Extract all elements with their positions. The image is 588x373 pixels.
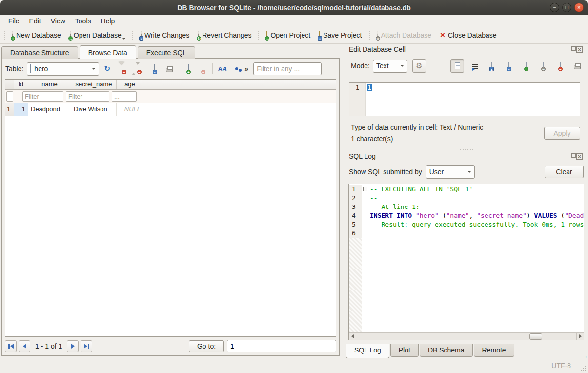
- toolbar-overflow-chevron[interactable]: »: [244, 65, 248, 73]
- sql-submitter-value: User: [429, 168, 444, 176]
- menu-tools[interactable]: Tools: [70, 16, 96, 26]
- save-project-button[interactable]: ▪ Save Project: [315, 28, 366, 42]
- cell-editor[interactable]: 1 1: [349, 82, 580, 116]
- column-header-name[interactable]: name: [28, 80, 71, 89]
- dock-tab-bar: SQL Log Plot DB Schema Remote: [345, 344, 588, 359]
- clear-log-button[interactable]: Clear: [545, 166, 584, 178]
- last-record-button[interactable]: [81, 340, 92, 352]
- cell-editor-content[interactable]: 1: [367, 84, 372, 91]
- maximize-button[interactable]: □: [562, 3, 571, 12]
- export-data-button[interactable]: ▪: [503, 60, 515, 72]
- open-database-button[interactable]: → Open Database: [65, 28, 130, 42]
- close-dock-button[interactable]: ×: [576, 153, 583, 160]
- clear-filters-button[interactable]: −: [115, 62, 127, 75]
- dock-tab-plot[interactable]: Plot: [390, 344, 419, 357]
- print-table-button[interactable]: [163, 62, 175, 75]
- cell-name[interactable]: Deadpond: [28, 103, 71, 116]
- open-project-button[interactable]: → Open Project: [262, 28, 315, 42]
- cell-type-info: Type of data currently in cell: Text / N…: [351, 122, 483, 133]
- open-database-dropdown-icon[interactable]: [122, 38, 125, 41]
- clear-sorting-button[interactable]: −: [129, 62, 142, 75]
- clear-sort-icon: −: [132, 65, 140, 73]
- scroll-right-button[interactable]: [576, 333, 584, 340]
- filter-input-secret-name[interactable]: [66, 91, 109, 102]
- cell-id[interactable]: 1: [14, 103, 28, 116]
- goto-input[interactable]: [227, 340, 336, 352]
- data-grid: id name secret_name age 1 1: [5, 79, 336, 337]
- row-number-cell[interactable]: 1: [5, 103, 14, 116]
- float-dock-button[interactable]: [570, 46, 576, 53]
- main-toolbar: + New Database → Open Database ▪ Write C…: [0, 27, 588, 44]
- revert-changes-button[interactable]: ↻ Revert Changes: [194, 28, 256, 42]
- refresh-icon: ↻: [104, 65, 111, 72]
- tab-database-structure[interactable]: Database Structure: [1, 46, 78, 59]
- auto-switch-mode-button[interactable]: ⚙→: [412, 59, 426, 73]
- set-as-link-button[interactable]: ∞: [537, 60, 549, 72]
- new-database-button[interactable]: + New Database: [8, 28, 65, 42]
- column-header-age[interactable]: age: [117, 80, 143, 89]
- next-record-button[interactable]: [67, 340, 79, 352]
- right-panel: Edit Database Cell × Mode: Text ⚙→ ▴: [345, 44, 588, 359]
- scrollbar-thumb[interactable]: [529, 333, 542, 340]
- open-in-external-button[interactable]: →: [520, 60, 532, 72]
- minimize-button[interactable]: −: [550, 3, 559, 12]
- column-header-secret-name[interactable]: secret_name: [71, 80, 117, 89]
- set-null-button[interactable]: −: [554, 60, 567, 72]
- last-record-icon: [84, 344, 87, 349]
- previous-record-button[interactable]: [19, 340, 30, 352]
- mode-select[interactable]: Text: [373, 60, 407, 73]
- print-cell-button[interactable]: [571, 60, 584, 72]
- horizontal-scrollbar[interactable]: [349, 332, 584, 340]
- dock-tab-db-schema[interactable]: DB Schema: [420, 344, 473, 357]
- table-select[interactable]: hero: [27, 62, 99, 76]
- menu-help[interactable]: Help: [96, 16, 120, 26]
- dock-tab-sql-log[interactable]: SQL Log: [346, 344, 389, 358]
- find-in-table-button[interactable]: [230, 62, 243, 75]
- goto-button[interactable]: Go to:: [189, 340, 224, 352]
- menu-edit[interactable]: Edit: [24, 16, 46, 26]
- sql-log-line: 3-- At line 1:: [349, 203, 584, 211]
- text-view-toggle[interactable]: [450, 59, 464, 73]
- menu-view[interactable]: View: [46, 16, 70, 26]
- tab-execute-sql[interactable]: Execute SQL: [138, 46, 196, 59]
- menu-file[interactable]: File: [3, 16, 24, 26]
- toolbar-separator: [368, 30, 371, 41]
- scroll-left-button[interactable]: [349, 333, 356, 340]
- float-dock-button[interactable]: [570, 153, 576, 160]
- import-data-button[interactable]: ▴: [486, 60, 498, 72]
- close-database-button[interactable]: × Close Database: [436, 28, 501, 42]
- cell-secret-name[interactable]: Dive Wilson: [71, 103, 117, 116]
- close-dock-button[interactable]: ×: [576, 46, 583, 53]
- toolbar-drag-handle[interactable]: [3, 30, 6, 41]
- filter-any-column-input[interactable]: [253, 62, 322, 75]
- encoding-indicator[interactable]: UTF-8: [551, 362, 571, 370]
- tab-browse-data[interactable]: Browse Data: [80, 45, 136, 59]
- save-table-button[interactable]: ▪: [149, 62, 161, 75]
- table-row: 1 1 Deadpond Dive Wilson NULL: [5, 103, 336, 116]
- column-header-id[interactable]: id: [14, 80, 28, 89]
- sql-submitter-select[interactable]: User: [426, 165, 475, 179]
- edit-display-format-button[interactable]: AA: [216, 62, 228, 75]
- print-icon: [166, 68, 173, 72]
- link-icon: ∞: [543, 62, 544, 70]
- next-record-icon: [71, 344, 75, 349]
- filter-input-name[interactable]: [22, 91, 63, 102]
- fold-marker-icon[interactable]: −: [363, 187, 367, 191]
- browse-data-page: Table: hero ↻ − − ▪ + − AA: [1, 58, 340, 356]
- dock-tab-remote[interactable]: Remote: [474, 344, 514, 357]
- filter-input-age[interactable]: [112, 91, 137, 102]
- refresh-table-button[interactable]: ↻: [101, 62, 113, 75]
- revert-changes-label: Revert Changes: [202, 31, 251, 39]
- cell-age[interactable]: NULL: [117, 103, 143, 116]
- chevron-down-icon: [92, 68, 96, 72]
- first-record-button[interactable]: [5, 340, 17, 352]
- corner-header-cell[interactable]: [5, 80, 14, 89]
- close-button[interactable]: ×: [574, 3, 584, 12]
- word-wrap-toggle[interactable]: [468, 60, 481, 72]
- insert-record-button[interactable]: +: [182, 62, 195, 75]
- sql-log-code-area[interactable]: 1−-- EXECUTING ALL IN 'SQL 1'2--3-- At l…: [348, 184, 584, 340]
- resize-grip[interactable]: [580, 365, 586, 371]
- cell-editor-line-number: 1: [349, 83, 366, 116]
- write-changes-button[interactable]: ▪ Write Changes: [136, 28, 194, 42]
- set-null-icon: −: [560, 62, 561, 70]
